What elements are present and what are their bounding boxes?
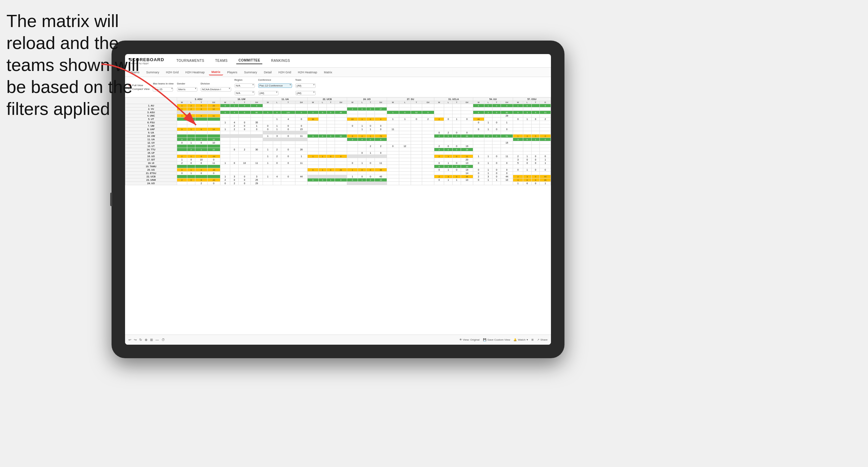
filter-row: Full View Compact View Max teams in view… bbox=[125, 77, 551, 97]
sub-l-uw: L bbox=[230, 101, 239, 104]
sub-t-ucla: T bbox=[453, 101, 461, 104]
conference-label: Conference bbox=[258, 79, 292, 81]
tab-matrix2[interactable]: Matrix bbox=[321, 70, 335, 75]
tab-summary2[interactable]: Summary bbox=[241, 70, 260, 75]
gender-filter: Gender Men's Women's bbox=[177, 82, 197, 92]
bottom-toolbar: ↩ ↪ ↻ ⊕ ⊞ — ⏱ 👁 View: Original 💾 Save Cu… bbox=[125, 335, 551, 345]
row-label-ua11: 11. UA bbox=[125, 138, 177, 141]
tab-matrix[interactable]: Matrix bbox=[209, 69, 223, 75]
share-button[interactable]: ↗ Share bbox=[537, 338, 548, 341]
sub-t-uu: T bbox=[492, 101, 501, 104]
gender-select[interactable]: Men's Women's bbox=[177, 87, 197, 92]
clock-icon[interactable]: ⏱ bbox=[162, 338, 165, 342]
sub-w-uw: W bbox=[220, 101, 230, 104]
share-icon: ↗ bbox=[537, 338, 539, 341]
sub-t-osu: T bbox=[531, 101, 540, 104]
tab-h2h-grid[interactable]: H2H Grid bbox=[163, 70, 182, 75]
tab-h2h-grid2[interactable]: H2H Grid bbox=[276, 70, 294, 75]
row-label-um: 7. UM bbox=[125, 124, 177, 128]
division-select-wrapper: NCAA Division I NCAA Division II bbox=[201, 85, 231, 92]
division-label: Division bbox=[201, 82, 231, 85]
undo-icon[interactable]: ↩ bbox=[128, 338, 131, 342]
search-icon[interactable]: ⊕ bbox=[145, 338, 147, 342]
matrix-table: 3. ASU 10. UW 11. UA 22. UCB 24. UO 27. … bbox=[125, 97, 551, 185]
team-filter: Team (All) (All) bbox=[295, 79, 316, 95]
conference-select-wrapper: Pac-12 Conference (All) bbox=[258, 82, 292, 88]
layout-button[interactable]: ⊞ bbox=[531, 338, 534, 341]
gender-label: Gender bbox=[177, 82, 197, 85]
sub-d-uw: Dif bbox=[250, 101, 263, 104]
row-label-fsu: 6. FSU bbox=[125, 121, 177, 124]
nav-teams[interactable]: TEAMS bbox=[213, 57, 230, 64]
region-select2-wrapper: N/A bbox=[235, 89, 255, 95]
sub-d-uu: Dif bbox=[501, 101, 513, 104]
table-row: 23. UNM 200-21 20025 0010 01010 01110 01… bbox=[125, 178, 551, 182]
redo-icon[interactable]: ↪ bbox=[134, 338, 137, 342]
col-header-uu: 54. UU bbox=[473, 98, 513, 101]
row-label-tamu: 19. TAMU bbox=[125, 165, 177, 168]
table-row: 22. UCB 1303 14044 10040 23044 23044 230… bbox=[125, 175, 551, 178]
team-select2-wrapper: (All) bbox=[295, 89, 316, 95]
sub-w-su: W bbox=[387, 101, 399, 104]
region-filter: Region N/A (All) N/A bbox=[235, 79, 255, 95]
matrix-area[interactable]: 3. ASU 10. UW 11. UA 22. UCB 24. UO 27. … bbox=[125, 97, 551, 340]
bottom-right-tools: 👁 View: Original 💾 Save Custom View 🔔 Wa… bbox=[459, 338, 548, 341]
team-select[interactable]: (All) bbox=[295, 83, 316, 88]
save-icon: 💾 bbox=[483, 338, 486, 341]
region-select2[interactable]: N/A bbox=[235, 91, 255, 95]
sub-d-ua: Dif bbox=[295, 101, 308, 104]
nav-rankings[interactable]: RANKINGS bbox=[269, 57, 292, 64]
zoom-out-icon[interactable]: — bbox=[155, 338, 159, 342]
zoom-in-icon[interactable]: ⊞ bbox=[150, 338, 153, 342]
row-label-etsu: 21. ETSU bbox=[125, 172, 177, 175]
tab-h2h-heatmap2[interactable]: H2H Heatmap bbox=[295, 70, 320, 75]
eye-icon: 👁 bbox=[459, 338, 462, 341]
table-row: 6. FSU 14035 0101 bbox=[125, 121, 551, 124]
row-label-uw: 10. UW bbox=[125, 134, 177, 138]
max-teams-filter: Max teams in view Top 25 Top 50 All bbox=[153, 82, 173, 92]
refresh-icon[interactable]: ↻ bbox=[139, 338, 142, 342]
bottom-left-tools: ↩ ↪ ↻ ⊕ ⊞ — ⏱ bbox=[128, 338, 165, 342]
watch-icon: 🔔 bbox=[513, 338, 517, 341]
nav-committee[interactable]: COMMITTEE bbox=[236, 57, 262, 64]
sub-d-ucla: Dif bbox=[461, 101, 473, 104]
col-header-osu: 57. OSU bbox=[513, 98, 551, 101]
tablet-frame: SCOREBOARD Powered by clippd TOURNAMENTS… bbox=[112, 41, 564, 358]
tab-detail[interactable]: Detail bbox=[261, 70, 274, 75]
sub-l-su: L bbox=[399, 101, 411, 104]
col-header-ucb: 22. UCB bbox=[308, 98, 347, 101]
row-label-ug: 20. UG bbox=[125, 168, 177, 172]
conference-select2[interactable]: (All) bbox=[258, 91, 279, 95]
row-label-ua: 9. UA bbox=[125, 131, 177, 134]
row-label-uo24: 24. UO bbox=[125, 182, 177, 185]
sub-w-ua: W bbox=[263, 101, 273, 104]
tab-h2h-heatmap[interactable]: H2H Heatmap bbox=[183, 70, 208, 75]
sub-w-uu: W bbox=[473, 101, 484, 104]
table-row: 9. UA 0200 bbox=[125, 131, 551, 134]
watch-chevron: ▾ bbox=[527, 338, 528, 341]
table-row: 14. TTU 2122 0230 12026 20029 bbox=[125, 148, 551, 151]
sub-d-su: Dif bbox=[422, 101, 434, 104]
team-select2[interactable]: (All) bbox=[295, 91, 316, 95]
max-teams-select[interactable]: Top 25 Top 50 All bbox=[153, 87, 173, 92]
col-header-asu: 3. ASU bbox=[177, 98, 220, 101]
row-label-uv: 12. UV bbox=[125, 141, 177, 145]
view-original-button[interactable]: 👁 View: Original bbox=[459, 338, 480, 341]
region-select[interactable]: N/A (All) bbox=[235, 83, 255, 88]
team-label: Team bbox=[295, 79, 316, 81]
conference-select[interactable]: Pac-12 Conference (All) bbox=[258, 83, 292, 88]
sub-w-uo: W bbox=[347, 101, 358, 104]
watch-button[interactable]: 🔔 Watch ▾ bbox=[513, 338, 528, 341]
row-label-ucb22: 22. UCB bbox=[125, 175, 177, 178]
table-row: 8. UAF 01014 1200 01015 110 11 0100 bbox=[125, 128, 551, 131]
row-label-uo: 16. UO bbox=[125, 155, 177, 158]
division-select[interactable]: NCAA Division I NCAA Division II bbox=[201, 87, 231, 92]
sub-t-asu: T bbox=[195, 101, 208, 104]
save-custom-view-button[interactable]: 💾 Save Custom View bbox=[483, 338, 510, 341]
col-header-uw: 10. UW bbox=[220, 98, 263, 101]
table-row: 15. UF 010 bbox=[125, 151, 551, 155]
nav-tournaments[interactable]: TOURNAMENTS bbox=[174, 57, 207, 64]
row-label-ttu: 14. TTU bbox=[125, 148, 177, 151]
sub-tabs-bar: Teams Summary H2H Grid H2H Heatmap Matri… bbox=[125, 68, 551, 77]
tab-players[interactable]: Players bbox=[224, 70, 240, 75]
